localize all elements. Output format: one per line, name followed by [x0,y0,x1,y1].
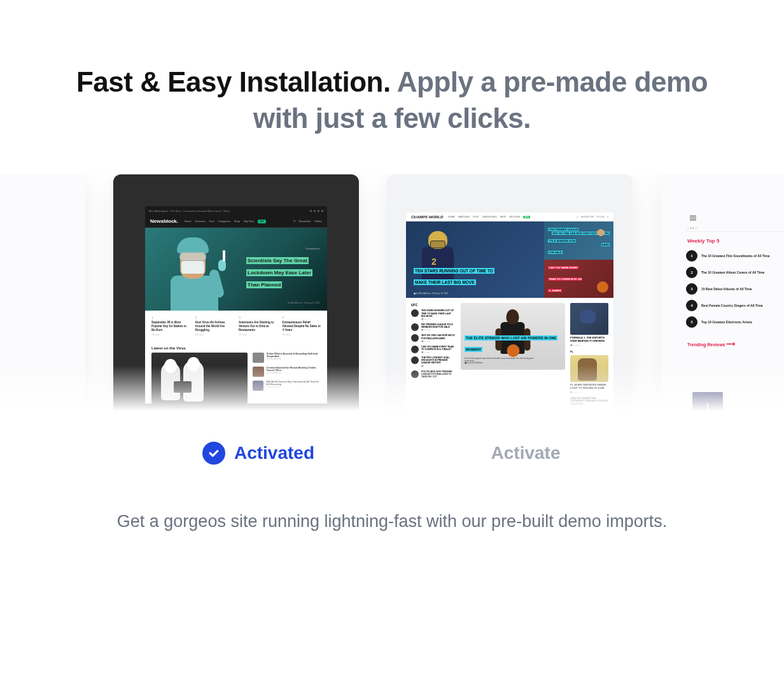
heading-bold: Fast & Easy Installation. [76,66,391,97]
subtitle: Get a gorgeos site running lightning-fas… [0,496,784,547]
activate-label: Activate [491,443,561,463]
check-icon [202,442,225,465]
section-title: Weekly Top 5 [687,238,784,244]
ranked-thumb: 1 [692,392,723,423]
demo-card-reviews[interactable]: ⌂ ⊕ ⚲ ⋯ Weekly Top 5 1The 10 Greatest Fi… [661,174,784,423]
nav-items: HomeFeaturesPostCategoriesShopBuy NowNEW [185,220,266,223]
list-item: 5Top 10 Greatest Electronic Artists [686,316,784,328]
section-title: Latest on the Virus [145,341,327,353]
list-item: 1The 10 Greatest Film Soundtracks of All… [686,250,784,262]
main-heading: Fast & Easy Installation. Apply a pre-ma… [0,0,784,174]
demo-card-newsblock[interactable]: Mac Marketplace · The Virus · Coronaviru… [113,174,359,423]
list-item: 315 Best Debut Albums of All Time [686,283,784,295]
list-item: 4Best Female Country Singers of All-Time [686,300,784,311]
hero-headline: TEN STARS RUNNING OUT OF TIME TO MAKE TH… [414,268,494,285]
demo-card-music[interactable]: f ⋯ The Latest Top Ten Best Christmas So… [0,174,85,423]
demo-card-sports[interactable]: CHAMPS WORLD HOMEFEATURESPOSTCATEGORIESS… [387,174,633,423]
hero-section: Coronavirus Scientists Say The Great Loc… [145,228,327,311]
hero-headline: Scientists Say The Great Lockdown May Ea… [246,257,312,288]
activated-button[interactable]: Activated [125,442,392,465]
list-item: 2The 10 Greatest Album Covers of All Tim… [686,267,784,278]
activated-label: Activated [234,443,314,463]
demo-carousel: f ⋯ The Latest Top Ten Best Christmas So… [0,174,784,423]
trending-label: Trending Reviews ⟶ [687,340,784,348]
site-logo: Newsblock. [150,218,178,224]
activate-button[interactable]: Activate [392,442,659,465]
article-row: 1September 28 is Most Popular Day for Ba… [145,311,327,341]
site-logo: CHAMPS WORLD [411,215,443,219]
action-buttons: Activated Activate [0,423,784,496]
menu-icon [690,216,696,221]
